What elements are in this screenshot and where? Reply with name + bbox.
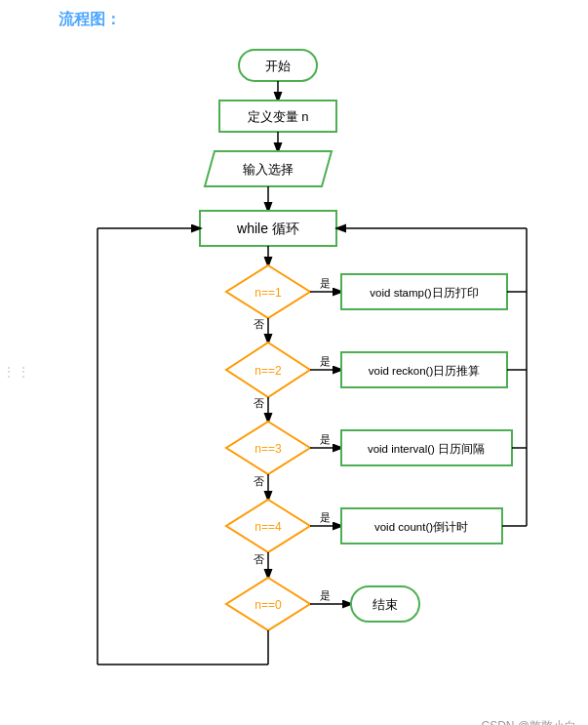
svg-text:n==0: n==0	[255, 598, 282, 612]
svg-text:是: 是	[320, 511, 331, 523]
svg-text:是: 是	[320, 433, 331, 445]
svg-text:void count()倒计时: void count()倒计时	[374, 521, 468, 533]
svg-text:void interval() 日历间隔: void interval() 日历间隔	[368, 443, 485, 455]
svg-text:定义变量 n: 定义变量 n	[248, 109, 309, 124]
svg-text:n==4: n==4	[255, 520, 282, 534]
svg-text:否: 否	[254, 318, 264, 330]
svg-text:while 循环: while 循环	[236, 221, 299, 236]
svg-text:是: 是	[320, 355, 331, 367]
svg-text:n==3: n==3	[255, 442, 282, 456]
drag-handle: ⋮⋮	[2, 364, 31, 380]
svg-text:开始: 开始	[265, 59, 291, 73]
flowchart-svg: 开始 定义变量 n 输入选择 while 循环	[49, 40, 588, 723]
svg-text:void stamp()日历打印: void stamp()日历打印	[370, 287, 478, 299]
svg-text:是: 是	[320, 277, 331, 289]
svg-text:n==2: n==2	[255, 364, 282, 378]
page-container: ⋮⋮ 流程图： 开始 定义变量 n 输入选择	[0, 0, 588, 725]
svg-text:输入选择: 输入选择	[243, 162, 294, 177]
watermark: CSDN @憨憨小白	[481, 718, 576, 725]
svg-text:n==1: n==1	[255, 286, 282, 300]
page-title: 流程图：	[59, 10, 568, 30]
svg-text:否: 否	[254, 475, 264, 487]
svg-text:否: 否	[254, 397, 264, 409]
svg-text:否: 否	[254, 553, 264, 565]
svg-text:void reckon()日历推算: void reckon()日历推算	[369, 365, 480, 377]
svg-text:是: 是	[320, 589, 331, 601]
svg-text:结束: 结束	[372, 597, 398, 612]
